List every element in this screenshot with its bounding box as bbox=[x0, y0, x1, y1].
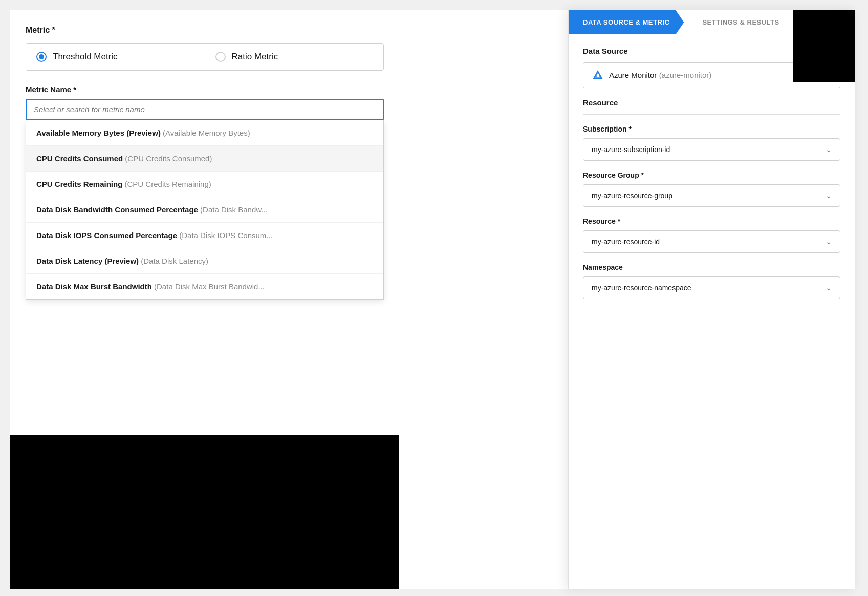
metric-item-1-main: CPU Credits Consumed bbox=[36, 154, 125, 163]
metric-name-label: Metric Name * bbox=[26, 85, 384, 94]
resource-group-value: my-azure-resource-group bbox=[592, 191, 826, 200]
threshold-metric-option[interactable]: Threshold Metric bbox=[26, 44, 205, 70]
metric-item-1[interactable]: CPU Credits Consumed (CPU Credits Consum… bbox=[26, 146, 383, 172]
metric-item-5-sub: (Data Disk Latency) bbox=[141, 257, 208, 265]
black-overlay-top-right bbox=[793, 10, 855, 82]
metric-item-0-sub: (Available Memory Bytes) bbox=[163, 129, 250, 137]
threshold-radio[interactable] bbox=[36, 52, 47, 62]
metric-item-6-sub: (Data Disk Max Burst Bandwid... bbox=[154, 282, 265, 291]
metric-item-5[interactable]: Data Disk Latency (Preview) (Data Disk L… bbox=[26, 248, 383, 274]
metric-item-5-main: Data Disk Latency (Preview) bbox=[36, 257, 141, 265]
metric-item-3[interactable]: Data Disk Bandwidth Consumed Percentage … bbox=[26, 197, 383, 223]
metric-item-6[interactable]: Data Disk Max Burst Bandwidth (Data Disk… bbox=[26, 274, 383, 299]
metric-section-title: Metric * bbox=[26, 26, 384, 35]
subscription-label: Subscription * bbox=[583, 125, 840, 133]
tab-data-source[interactable]: DATA SOURCE & METRIC bbox=[569, 10, 684, 34]
resource-label: Resource * bbox=[583, 217, 840, 225]
namespace-chevron-icon: ⌄ bbox=[826, 284, 832, 292]
azure-monitor-icon bbox=[592, 69, 604, 81]
black-overlay-bottom-left bbox=[10, 435, 399, 589]
metric-item-3-sub: (Data Disk Bandw... bbox=[200, 205, 268, 214]
ratio-metric-label: Ratio Metric bbox=[232, 52, 278, 62]
subscription-chevron-icon: ⌄ bbox=[826, 145, 832, 154]
right-panel: DATA SOURCE & METRIC SETTINGS & RESULTS … bbox=[568, 10, 855, 589]
metric-item-0-main: Available Memory Bytes (Preview) bbox=[36, 129, 163, 137]
metric-type-selector: Threshold Metric Ratio Metric bbox=[26, 43, 384, 71]
metric-item-2[interactable]: CPU Credits Remaining (CPU Credits Remai… bbox=[26, 172, 383, 197]
metric-item-4[interactable]: Data Disk IOPS Consumed Percentage (Data… bbox=[26, 223, 383, 248]
resource-section-title: Resource bbox=[583, 98, 840, 107]
metric-item-3-main: Data Disk Bandwidth Consumed Percentage bbox=[36, 205, 200, 214]
metric-item-4-sub: (Data Disk IOPS Consum... bbox=[179, 231, 273, 240]
threshold-metric-label: Threshold Metric bbox=[53, 52, 118, 62]
tab-settings[interactable]: SETTINGS & RESULTS bbox=[684, 10, 793, 34]
subscription-value: my-azure-subscription-id bbox=[592, 145, 826, 154]
metric-item-2-sub: (CPU Credits Remaining) bbox=[125, 180, 211, 188]
ratio-radio[interactable] bbox=[215, 52, 226, 62]
datasource-provider-id: (azure-monitor) bbox=[659, 71, 712, 79]
ratio-metric-option[interactable]: Ratio Metric bbox=[205, 44, 384, 70]
resource-dropdown[interactable]: my-azure-resource-id ⌄ bbox=[583, 230, 840, 253]
metric-search-wrapper bbox=[26, 99, 384, 120]
svg-rect-2 bbox=[597, 74, 599, 77]
metric-item-4-main: Data Disk IOPS Consumed Percentage bbox=[36, 231, 179, 240]
metric-item-1-sub: (CPU Credits Consumed) bbox=[125, 154, 212, 163]
metric-dropdown-list: Available Memory Bytes (Preview) (Availa… bbox=[26, 120, 384, 300]
metric-item-6-main: Data Disk Max Burst Bandwidth bbox=[36, 282, 154, 291]
namespace-value: my-azure-resource-namespace bbox=[592, 284, 826, 292]
resource-group-chevron-icon: ⌄ bbox=[826, 191, 832, 200]
namespace-dropdown[interactable]: my-azure-resource-namespace ⌄ bbox=[583, 276, 840, 299]
metric-item-2-main: CPU Credits Remaining bbox=[36, 180, 125, 188]
resource-group-dropdown[interactable]: my-azure-resource-group ⌄ bbox=[583, 184, 840, 207]
datasource-provider: Azure Monitor bbox=[609, 71, 657, 79]
namespace-label: Namespace bbox=[583, 263, 840, 271]
resource-chevron-icon: ⌄ bbox=[826, 238, 832, 246]
resource-group-label: Resource Group * bbox=[583, 171, 840, 179]
resource-value: my-azure-resource-id bbox=[592, 238, 826, 246]
metric-search-input[interactable] bbox=[34, 105, 376, 114]
resource-divider bbox=[583, 114, 840, 115]
datasource-name: Azure Monitor (azure-monitor) bbox=[609, 71, 711, 80]
subscription-dropdown[interactable]: my-azure-subscription-id ⌄ bbox=[583, 138, 840, 161]
metric-item-0[interactable]: Available Memory Bytes (Preview) (Availa… bbox=[26, 120, 383, 146]
